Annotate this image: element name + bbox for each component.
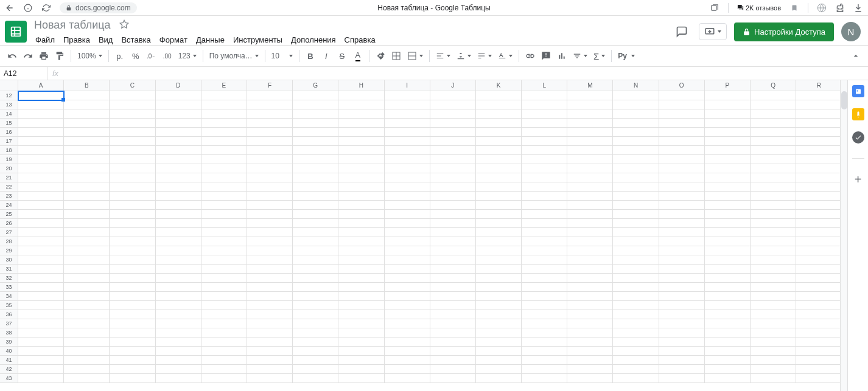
cell[interactable] [293,274,338,283]
cell[interactable] [796,182,840,192]
cell[interactable] [18,201,64,210]
cell[interactable] [110,100,155,109]
cell[interactable] [18,182,64,192]
cell[interactable] [613,301,659,310]
cell[interactable] [385,347,430,356]
cell[interactable] [567,337,613,347]
number-format-dropdown[interactable]: 123 [176,52,199,60]
cell[interactable] [430,274,476,283]
cell[interactable] [18,164,64,173]
cell[interactable] [385,265,430,274]
cell[interactable] [18,146,64,155]
cell[interactable] [64,347,110,356]
cell[interactable] [613,100,659,109]
cell[interactable] [796,337,840,347]
cell[interactable] [659,228,705,237]
calendar-icon[interactable] [852,85,864,97]
cell[interactable] [247,347,293,356]
cell[interactable] [567,164,613,173]
cell[interactable] [522,228,567,237]
cell[interactable] [659,146,705,155]
cell[interactable] [338,109,384,119]
increase-decimal-button[interactable]: .00 [160,48,175,64]
cell[interactable] [430,164,476,173]
cell[interactable] [796,356,840,365]
cell[interactable] [705,255,751,265]
cell[interactable] [18,155,64,164]
cell[interactable] [156,374,201,383]
cell[interactable] [247,100,293,109]
cell[interactable] [156,292,201,301]
menu-addons[interactable]: Дополнения [287,34,340,46]
cell[interactable] [18,301,64,310]
cell[interactable] [430,173,476,182]
cell[interactable] [522,237,567,246]
cell[interactable] [201,301,247,310]
cell[interactable] [430,265,476,274]
cell[interactable] [476,137,522,146]
redo-button[interactable] [21,48,35,64]
cell[interactable] [705,146,751,155]
cell[interactable] [613,356,659,365]
cell[interactable] [110,374,155,383]
cell[interactable] [567,301,613,310]
cell[interactable] [156,155,201,164]
cell[interactable] [613,164,659,173]
cell[interactable] [430,283,476,292]
cell[interactable] [751,109,796,119]
cell[interactable] [64,319,110,328]
cell[interactable] [522,100,567,109]
print-button[interactable] [37,48,51,64]
cell[interactable] [338,201,384,210]
row-header[interactable]: 21 [0,173,18,182]
cell[interactable] [338,164,384,173]
cell[interactable] [705,237,751,246]
cell[interactable] [522,265,567,274]
cell[interactable] [110,182,155,192]
cell[interactable] [476,91,522,100]
cell[interactable] [18,356,64,365]
cell[interactable] [567,328,613,337]
cell[interactable] [430,255,476,265]
cell[interactable] [751,91,796,100]
cell[interactable] [567,274,613,283]
cell[interactable] [385,255,430,265]
cell[interactable] [156,274,201,283]
cell[interactable] [659,328,705,337]
extensions-icon[interactable] [835,3,845,13]
cell[interactable] [18,347,64,356]
cell[interactable] [613,201,659,210]
cell[interactable] [247,119,293,128]
cell[interactable] [430,219,476,228]
cell[interactable] [796,100,840,109]
cell[interactable] [385,237,430,246]
cell[interactable] [751,146,796,155]
cell[interactable] [293,219,338,228]
cell[interactable] [201,146,247,155]
cell[interactable] [522,328,567,337]
row-header[interactable]: 32 [0,274,18,283]
cell[interactable] [201,237,247,246]
cell[interactable] [18,192,64,201]
cell[interactable] [64,128,110,137]
cell[interactable] [247,310,293,319]
cell[interactable] [430,128,476,137]
share-button[interactable]: Настройки Доступа [734,22,834,41]
italic-button[interactable]: I [319,48,334,64]
column-header[interactable]: J [430,80,476,91]
cell[interactable] [64,219,110,228]
row-header[interactable]: 19 [0,155,18,164]
cell[interactable] [476,283,522,292]
cell[interactable] [247,128,293,137]
cell[interactable] [705,109,751,119]
cell[interactable] [110,319,155,328]
cell[interactable] [64,274,110,283]
cell[interactable] [430,310,476,319]
cell[interactable] [110,146,155,155]
cell-reference[interactable]: A12 [0,67,47,80]
cell[interactable] [293,337,338,347]
cell[interactable] [476,292,522,301]
cell[interactable] [522,292,567,301]
column-header[interactable]: Q [751,80,796,91]
cell[interactable] [430,337,476,347]
